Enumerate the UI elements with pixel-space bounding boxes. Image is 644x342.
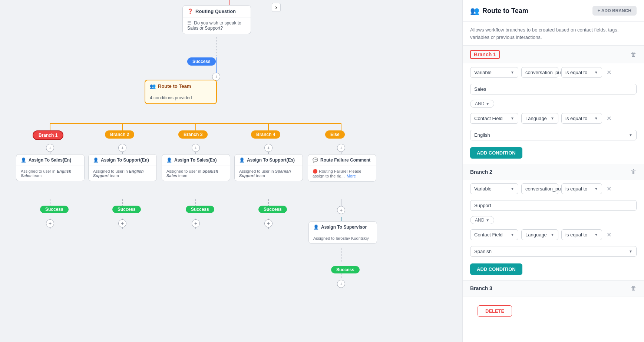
- branch2-value2-select[interactable]: Spanish ▼: [470, 246, 637, 257]
- branch1-badge[interactable]: Branch 1: [33, 130, 63, 140]
- delete-button[interactable]: DELETE: [478, 305, 512, 317]
- branch1-condition1-close[interactable]: ✕: [607, 69, 611, 76]
- branch2-field-select[interactable]: conversation_pur... ▼: [521, 183, 558, 194]
- branch1-condition2-row: Contact Field ▼ Language ▼ is equal to ▼…: [463, 109, 644, 127]
- success-pill-3: Success: [186, 206, 214, 213]
- routing-question-node[interactable]: ❓ Routing Question ☰ Do you wish to spea…: [182, 5, 251, 34]
- branch1-and-chevron: ▼: [486, 102, 489, 106]
- assign-supervisor-title: Assign To Supervisor: [321, 225, 367, 230]
- more-link[interactable]: More: [347, 174, 356, 178]
- right-panel: 👥 Route to Team + ADD BRANCH Allows work…: [462, 0, 644, 342]
- success-badge-top: Success: [187, 57, 216, 66]
- branch1-op-label: is equal to: [565, 70, 587, 75]
- assign-support-es-title: Assign To Support(Es): [247, 157, 295, 163]
- agent-icon-2: 👤: [93, 157, 99, 163]
- add-step-branch3[interactable]: +: [192, 144, 200, 152]
- branch2-type-label: Variable: [474, 186, 492, 192]
- branch1-field2-label: Language: [525, 116, 547, 121]
- branch1-op-chevron: ▼: [594, 70, 598, 74]
- branch1-type-select[interactable]: Variable ▼: [470, 67, 518, 78]
- add-after-success-1[interactable]: +: [46, 219, 54, 228]
- branch2-badge-container: Branch 2: [105, 130, 134, 139]
- branch1-value2-select[interactable]: English ▼: [470, 130, 637, 140]
- add-after-supervisor[interactable]: +: [337, 280, 345, 288]
- route-to-team-node[interactable]: 👥 Route to Team 4 conditions provided: [145, 80, 217, 104]
- panel-title-text: Route to Team: [482, 7, 528, 15]
- branch2-type2-label: Contact Field: [474, 232, 503, 238]
- route-failure-title: Route Failure Comment: [320, 157, 370, 163]
- branch1-field-label: conversation_pur...: [525, 70, 566, 75]
- branch1-add-condition-button[interactable]: ADD CONDITION: [470, 147, 522, 159]
- workflow-canvas: › ❓ Routing Question ☰ Do you wish to sp…: [0, 0, 462, 342]
- add-step-branch4[interactable]: +: [264, 144, 273, 152]
- route-to-team-body: 4 conditions provided: [150, 95, 192, 100]
- branch2-value1-row: Support: [463, 198, 644, 215]
- add-step-else[interactable]: +: [337, 144, 345, 152]
- branch2-field2-select[interactable]: Language ▼: [521, 229, 558, 240]
- branch3-label[interactable]: Branch 3: [470, 285, 492, 291]
- branch2-badge[interactable]: Branch 2: [105, 130, 134, 139]
- add-after-failure[interactable]: +: [337, 206, 345, 214]
- assign-sales-es-node[interactable]: 👤 Assign To Sales(Es) Assigned to user i…: [162, 154, 230, 181]
- branch3-delete-icon[interactable]: 🗑: [631, 285, 637, 292]
- assign-support-es-node[interactable]: 👤 Assign To Support(Es) Assigned to user…: [234, 154, 303, 181]
- branch1-field-select[interactable]: conversation_pur... ▼: [521, 67, 558, 78]
- panel-header: 👥 Route to Team + ADD BRANCH: [463, 0, 644, 22]
- branch2-op2-select[interactable]: is equal to ▼: [561, 229, 602, 240]
- panel-title-container: 👥 Route to Team: [470, 6, 528, 15]
- branch1-type2-select[interactable]: Contact Field ▼: [470, 113, 518, 124]
- assign-supervisor-body: Assigned to Iaroslav Kudritskiy: [313, 236, 369, 240]
- branch1-condition2-close[interactable]: ✕: [607, 115, 611, 122]
- branch2-label[interactable]: Branch 2: [470, 169, 492, 175]
- branch1-type-label: Variable: [474, 70, 492, 75]
- branch1-value2-row: English ▼: [463, 127, 644, 144]
- success-pill-4: Success: [258, 206, 287, 213]
- branch2-condition1-row: Variable ▼ conversation_pur... ▼ is equa…: [463, 180, 644, 198]
- route-team-icon-panel: 👥: [470, 6, 479, 15]
- route-to-team-title: Route to Team: [158, 83, 191, 89]
- branch2-add-condition-button[interactable]: ADD CONDITION: [470, 263, 522, 275]
- add-after-success-4[interactable]: +: [264, 219, 273, 228]
- branch2-value2-chevron: ▼: [629, 249, 633, 253]
- add-step-branch2[interactable]: +: [118, 144, 126, 152]
- branch2-type2-select[interactable]: Contact Field ▼: [470, 229, 518, 240]
- branch1-field2-select[interactable]: Language ▼: [521, 113, 558, 124]
- branch2-condition2-close[interactable]: ✕: [607, 231, 611, 238]
- add-after-success-2[interactable]: +: [118, 219, 126, 228]
- route-failure-node[interactable]: 💬 Route Failure Comment 🔴 Routing Failur…: [308, 154, 376, 182]
- else-badge[interactable]: Else: [325, 130, 345, 139]
- branch1-op-select[interactable]: is equal to ▼: [561, 67, 602, 78]
- add-branch-button[interactable]: + ADD BRANCH: [592, 6, 637, 16]
- assign-supervisor-node[interactable]: 👤 Assign To Supervisor Assigned to Iaros…: [308, 221, 377, 244]
- assign-support-en-node[interactable]: 👤 Assign To Support(En) Assigned to user…: [88, 154, 157, 181]
- branch2-value1-input[interactable]: Support: [470, 200, 637, 211]
- branch1-value1-input[interactable]: Sales: [470, 84, 637, 94]
- branch1-and-row: AND ▼: [463, 98, 644, 109]
- branch2-field-label: conversation_pur...: [525, 186, 566, 192]
- branch2-delete-icon[interactable]: 🗑: [631, 169, 637, 175]
- add-after-success-3[interactable]: +: [192, 219, 200, 228]
- panel-toggle-button[interactable]: ›: [272, 3, 281, 12]
- branch2-field2-chevron: ▼: [551, 233, 554, 237]
- add-step-branch1[interactable]: +: [46, 144, 54, 152]
- branch2-section: Branch 2 🗑 Variable ▼ conversation_pur..…: [463, 164, 644, 280]
- assign-sales-en-node[interactable]: 👤 Assign To Sales(En) Assigned to user i…: [16, 154, 85, 181]
- branch1-value1-row: Sales: [463, 82, 644, 98]
- branch4-badge[interactable]: Branch 4: [251, 130, 280, 139]
- branch2-condition1-close[interactable]: ✕: [607, 185, 611, 192]
- branch2-type-select[interactable]: Variable ▼: [470, 183, 518, 194]
- branch1-badge-container: Branch 1: [33, 130, 63, 140]
- branch1-label[interactable]: Branch 1: [470, 50, 500, 59]
- branch1-op2-select[interactable]: is equal to ▼: [561, 113, 602, 124]
- branch2-op-select[interactable]: is equal to ▼: [561, 183, 602, 194]
- agent-icon-4: 👤: [239, 157, 245, 163]
- branch1-and-badge[interactable]: AND ▼: [470, 100, 494, 108]
- branch1-op2-chevron: ▼: [594, 116, 598, 120]
- routing-question-body-icon: ☰: [187, 20, 191, 26]
- assign-support-en-title: Assign To Support(En): [101, 157, 149, 163]
- assign-sales-es-body: Assigned to user in Spanish Sales team: [166, 169, 218, 178]
- branch3-badge[interactable]: Branch 3: [178, 130, 208, 139]
- branch2-and-row: AND ▼: [463, 215, 644, 226]
- branch2-and-badge[interactable]: AND ▼: [470, 216, 494, 224]
- branch1-delete-icon[interactable]: 🗑: [631, 51, 637, 58]
